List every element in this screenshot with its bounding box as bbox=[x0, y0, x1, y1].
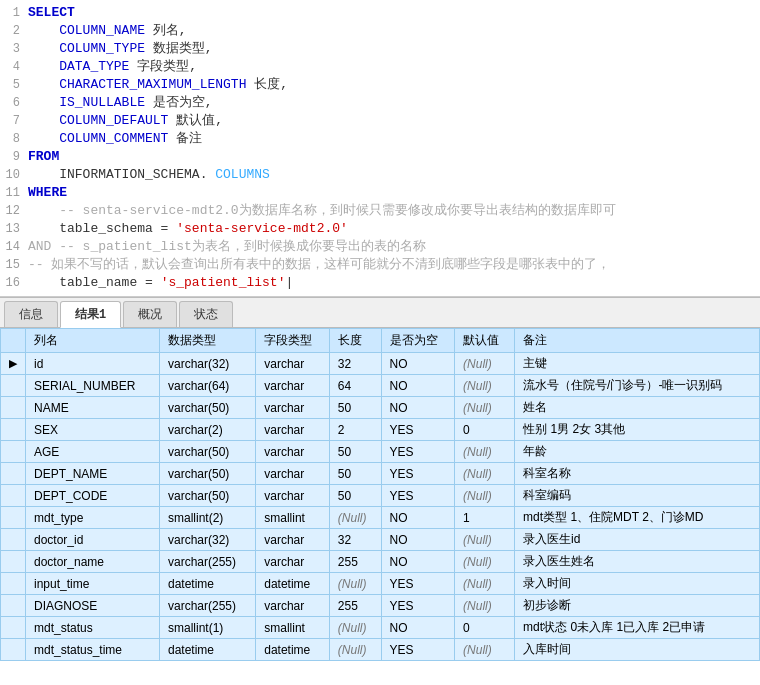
column-header: 是否为空 bbox=[381, 329, 455, 353]
table-cell: (Null) bbox=[455, 397, 515, 419]
line-number: 4 bbox=[0, 58, 28, 76]
line-number: 8 bbox=[0, 130, 28, 148]
line-content: WHERE bbox=[28, 184, 760, 202]
line-number: 6 bbox=[0, 94, 28, 112]
table-cell: 录入时间 bbox=[515, 573, 760, 595]
row-indicator bbox=[1, 419, 26, 441]
table-cell: NO bbox=[381, 551, 455, 573]
row-indicator bbox=[1, 551, 26, 573]
editor-line: 10 INFORMATION_SCHEMA. COLUMNS bbox=[0, 166, 760, 184]
table-cell: id bbox=[26, 353, 160, 375]
tab-状态[interactable]: 状态 bbox=[179, 301, 233, 327]
editor-line: 14AND -- s_patient_list为表名，到时候换成你要导出的表的名… bbox=[0, 238, 760, 256]
table-cell: varchar bbox=[256, 397, 330, 419]
editor-line: 16 table_name = 's_patient_list'| bbox=[0, 274, 760, 292]
table-cell: varchar(32) bbox=[159, 353, 255, 375]
editor-line: 12 -- senta-service-mdt2.0为数据库名称，到时候只需要修… bbox=[0, 202, 760, 220]
table-cell: 录入医生id bbox=[515, 529, 760, 551]
line-content: DATA_TYPE 字段类型, bbox=[28, 58, 760, 76]
table-row: SERIAL_NUMBERvarchar(64)varchar64NO(Null… bbox=[1, 375, 760, 397]
sql-editor: 1SELECT2 COLUMN_NAME 列名,3 COLUMN_TYPE 数据… bbox=[0, 0, 760, 297]
tab-概况[interactable]: 概况 bbox=[123, 301, 177, 327]
table-cell: varchar bbox=[256, 375, 330, 397]
table-cell: varchar(50) bbox=[159, 485, 255, 507]
row-indicator bbox=[1, 507, 26, 529]
table-cell: (Null) bbox=[455, 529, 515, 551]
table-row: AGEvarchar(50)varchar50YES(Null)年龄 bbox=[1, 441, 760, 463]
table-cell: YES bbox=[381, 639, 455, 661]
table-cell: AGE bbox=[26, 441, 160, 463]
table-cell: varchar bbox=[256, 529, 330, 551]
table-cell: datetime bbox=[159, 573, 255, 595]
editor-line: 15-- 如果不写的话，默认会查询出所有表中的数据，这样可能就分不清到底哪些字段… bbox=[0, 256, 760, 274]
column-header: 列名 bbox=[26, 329, 160, 353]
row-indicator: ▶ bbox=[1, 353, 26, 375]
editor-line: 2 COLUMN_NAME 列名, bbox=[0, 22, 760, 40]
row-indicator bbox=[1, 485, 26, 507]
table-cell: DEPT_CODE bbox=[26, 485, 160, 507]
table-cell: SERIAL_NUMBER bbox=[26, 375, 160, 397]
table-cell: NO bbox=[381, 529, 455, 551]
table-cell: varchar(255) bbox=[159, 551, 255, 573]
table-cell: mdt状态 0未入库 1已入库 2已申请 bbox=[515, 617, 760, 639]
table-cell: smallint bbox=[256, 617, 330, 639]
table-cell: 32 bbox=[329, 353, 381, 375]
results-table: 列名数据类型字段类型长度是否为空默认值备注▶idvarchar(32)varch… bbox=[0, 328, 760, 661]
editor-line: 7 COLUMN_DEFAULT 默认值, bbox=[0, 112, 760, 130]
table-cell: varchar bbox=[256, 463, 330, 485]
table-cell: smallint bbox=[256, 507, 330, 529]
line-content: CHARACTER_MAXIMUM_LENGTH 长度, bbox=[28, 76, 760, 94]
table-cell: DIAGNOSE bbox=[26, 595, 160, 617]
table-row: DEPT_NAMEvarchar(50)varchar50YES(Null)科室… bbox=[1, 463, 760, 485]
table-cell: 流水号（住院号/门诊号）-唯一识别码 bbox=[515, 375, 760, 397]
table-cell: varchar bbox=[256, 441, 330, 463]
table-cell: 录入医生姓名 bbox=[515, 551, 760, 573]
tab-结果1[interactable]: 结果1 bbox=[60, 301, 121, 328]
table-cell: 姓名 bbox=[515, 397, 760, 419]
line-number: 11 bbox=[0, 184, 28, 202]
line-content: -- senta-service-mdt2.0为数据库名称，到时候只需要修改成你… bbox=[28, 202, 760, 220]
table-cell: (Null) bbox=[455, 441, 515, 463]
editor-line: 3 COLUMN_TYPE 数据类型, bbox=[0, 40, 760, 58]
table-cell: 1 bbox=[455, 507, 515, 529]
table-cell: 0 bbox=[455, 419, 515, 441]
table-cell: mdt_type bbox=[26, 507, 160, 529]
line-number: 3 bbox=[0, 40, 28, 58]
table-cell: 32 bbox=[329, 529, 381, 551]
editor-line: 1SELECT bbox=[0, 4, 760, 22]
table-cell: varchar(50) bbox=[159, 441, 255, 463]
line-content: SELECT bbox=[28, 4, 760, 22]
table-cell: varchar bbox=[256, 419, 330, 441]
row-indicator bbox=[1, 617, 26, 639]
table-cell: varchar bbox=[256, 485, 330, 507]
table-cell: 入库时间 bbox=[515, 639, 760, 661]
line-number: 2 bbox=[0, 22, 28, 40]
table-cell: datetime bbox=[256, 639, 330, 661]
table-cell: 科室编码 bbox=[515, 485, 760, 507]
line-number: 10 bbox=[0, 166, 28, 184]
column-header: 默认值 bbox=[455, 329, 515, 353]
line-content: table_schema = 'senta-service-mdt2.0' bbox=[28, 220, 760, 238]
table-cell: 0 bbox=[455, 617, 515, 639]
editor-line: 9FROM bbox=[0, 148, 760, 166]
table-cell: NO bbox=[381, 507, 455, 529]
table-cell: varchar(50) bbox=[159, 397, 255, 419]
table-cell: 255 bbox=[329, 551, 381, 573]
table-row: DEPT_CODEvarchar(50)varchar50YES(Null)科室… bbox=[1, 485, 760, 507]
editor-line: 6 IS_NULLABLE 是否为空, bbox=[0, 94, 760, 112]
table-row: mdt_statussmallint(1)smallint(Null)NO0md… bbox=[1, 617, 760, 639]
line-content: FROM bbox=[28, 148, 760, 166]
line-number: 5 bbox=[0, 76, 28, 94]
table-row: mdt_typesmallint(2)smallint(Null)NO1mdt类… bbox=[1, 507, 760, 529]
editor-line: 11WHERE bbox=[0, 184, 760, 202]
table-cell: mdt_status_time bbox=[26, 639, 160, 661]
table-cell: 科室名称 bbox=[515, 463, 760, 485]
table-cell: smallint(1) bbox=[159, 617, 255, 639]
line-number: 16 bbox=[0, 274, 28, 292]
line-content: COLUMN_TYPE 数据类型, bbox=[28, 40, 760, 58]
tab-信息[interactable]: 信息 bbox=[4, 301, 58, 327]
table-cell: varchar(2) bbox=[159, 419, 255, 441]
table-cell: varchar(64) bbox=[159, 375, 255, 397]
table-cell: (Null) bbox=[455, 551, 515, 573]
table-row: DIAGNOSEvarchar(255)varchar255YES(Null)初… bbox=[1, 595, 760, 617]
